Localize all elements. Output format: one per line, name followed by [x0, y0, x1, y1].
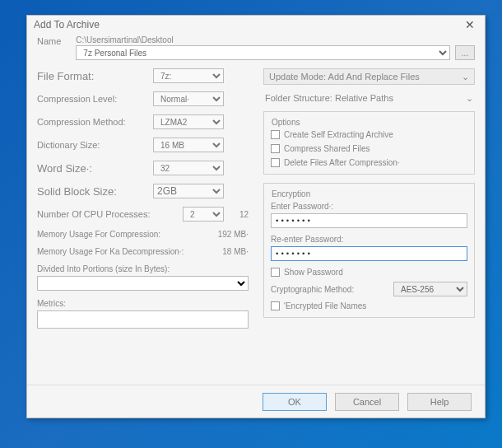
- ok-button[interactable]: OK: [263, 393, 327, 411]
- divided-label: Divided Into Portions (size In Bytes):: [37, 264, 249, 273]
- mem-decompress-label: Memory Usage For Ka Decompression·:: [37, 247, 184, 256]
- dictionary-size-select[interactable]: 16 MB: [153, 138, 224, 152]
- encryption-fieldset: Encryption Enter Password·: Re-enter Pas…: [263, 183, 475, 318]
- cpu-processes-select[interactable]: 2: [183, 207, 224, 222]
- cpu-max: 12: [224, 210, 249, 219]
- crypto-method-select[interactable]: AES-256: [393, 282, 467, 296]
- archive-name-select[interactable]: 7z Personal Files: [76, 45, 450, 60]
- delete-after-label: Delete Files After Compression·: [284, 158, 400, 167]
- enter-password-label: Enter Password·:: [271, 202, 467, 211]
- compress-shared-label: Compress Shared Files: [284, 144, 370, 153]
- dialog-title: Add To Archive: [34, 19, 100, 30]
- compress-shared-checkbox[interactable]: [271, 144, 280, 153]
- compression-method-label: Compression Method:: [37, 117, 153, 127]
- compression-level-select[interactable]: Normal·: [153, 91, 224, 106]
- dialog-content: Name C:\Usersimartinal\Desktool 7z Perso…: [27, 34, 485, 383]
- reenter-password-input[interactable]: [271, 246, 467, 261]
- titlebar: Add To Archive ✕: [27, 16, 485, 34]
- mem-compress-value: 192 MB·: [218, 230, 249, 239]
- file-format-label: File Format:: [37, 70, 153, 82]
- cancel-button[interactable]: Cancel: [335, 393, 399, 411]
- file-format-select[interactable]: 7z:: [153, 68, 224, 83]
- self-extract-checkbox[interactable]: [271, 130, 280, 139]
- mem-compress-label: Memory Usage For Compression:: [37, 230, 160, 239]
- crypto-method-label: Cryptographic Method:: [271, 285, 387, 294]
- update-mode-select[interactable]: Update Mode: Add And Replace Files: [263, 68, 475, 85]
- help-button[interactable]: Help: [407, 393, 472, 411]
- word-size-label: Word Size·:: [37, 162, 153, 175]
- delete-after-checkbox[interactable]: [271, 158, 280, 167]
- name-label: Name: [37, 35, 61, 46]
- right-column: Update Mode: Add And Replace Files Folde…: [263, 68, 475, 329]
- solid-block-select[interactable]: 2GB: [153, 184, 224, 198]
- folder-structure-select[interactable]: Folder Structure: Relative Paths: [263, 90, 475, 106]
- encryption-legend: Encryption: [269, 189, 313, 198]
- dictionary-size-label: Dictionary Size:: [37, 140, 153, 150]
- encrypt-filenames-label: 'Encrypted File Names: [284, 301, 366, 310]
- button-bar: OK Cancel Help: [27, 385, 485, 418]
- add-to-archive-dialog: Add To Archive ✕ Name C:\Usersimartinal\…: [26, 15, 486, 418]
- cpu-processes-label: Number Of CPU Processes:: [37, 209, 183, 219]
- show-password-checkbox[interactable]: [271, 268, 280, 277]
- close-icon[interactable]: ✕: [462, 18, 478, 31]
- browse-button[interactable]: ...: [455, 45, 475, 60]
- metrics-input[interactable]: [37, 310, 249, 329]
- solid-block-label: Solid Block Size:: [37, 185, 153, 198]
- options-fieldset: Options Create Self Extracting Archive C…: [263, 111, 475, 175]
- metrics-label: Metrics:: [37, 299, 249, 308]
- compression-level-label: Compression Level:: [37, 94, 153, 104]
- archive-path: C:\Usersimartinal\Desktool: [76, 35, 475, 44]
- password-input[interactable]: [271, 213, 467, 228]
- left-column: File Format: 7z: Compression Level: Norm…: [37, 68, 249, 329]
- self-extract-label: Create Self Extracting Archive: [284, 130, 393, 139]
- mem-decompress-value: 18 MB·: [222, 247, 249, 256]
- word-size-select[interactable]: 32: [153, 161, 224, 175]
- encrypt-filenames-checkbox[interactable]: [271, 301, 280, 310]
- compression-method-select[interactable]: LZMA2: [153, 114, 224, 129]
- show-password-label: Show Password: [284, 268, 343, 277]
- divided-select[interactable]: [37, 276, 249, 291]
- options-legend: Options: [269, 118, 302, 127]
- reenter-password-label: Re-enter Password:: [271, 235, 467, 244]
